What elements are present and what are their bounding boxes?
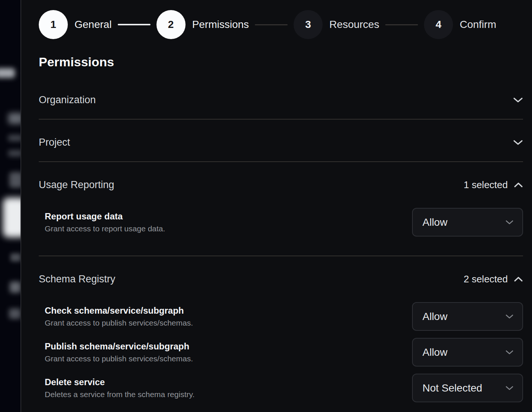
permissions-wizard-panel: 1 General 2 Permissions 3 Resources 4 Co… (20, 0, 532, 412)
wizard-stepper: 1 General 2 Permissions 3 Resources 4 Co… (39, 10, 523, 39)
blurred-background-item (0, 68, 15, 78)
section-meta: 1 selected (463, 179, 523, 191)
select-value: Allow (422, 216, 447, 228)
section-project-toggle[interactable]: Project (39, 120, 523, 161)
step-label: Confirm (460, 19, 496, 31)
permission-description: Deletes a service from the schema regist… (45, 390, 194, 399)
step-confirm[interactable]: 4 Confirm (424, 10, 496, 39)
permission-description: Grant access to report usage data. (45, 224, 165, 233)
step-connector (118, 24, 151, 25)
select-value: Not Selected (422, 382, 482, 394)
step-number-circle: 2 (156, 10, 186, 39)
step-label: Resources (329, 19, 379, 31)
chevron-down-icon (513, 139, 523, 146)
section-usage-reporting-toggle[interactable]: Usage Reporting 1 selected (39, 162, 523, 191)
blurred-background-item (10, 253, 21, 262)
permission-title: Check schema/service/subgraph (45, 305, 193, 316)
section-title: Usage Reporting (39, 179, 114, 191)
blurred-background-item (10, 282, 21, 293)
step-connector (385, 24, 418, 25)
permission-sections: Organization Project Usage Reporting 1 s… (39, 77, 523, 412)
permission-select-report-usage-data[interactable]: Allow (412, 208, 523, 237)
permission-text: Delete service Deletes a service from th… (45, 377, 194, 399)
background-page (0, 0, 22, 412)
section-meta: 2 selected (463, 273, 523, 285)
section-title: Project (39, 136, 70, 148)
step-label: General (75, 19, 112, 31)
step-number-circle: 1 (39, 10, 68, 39)
permission-select-delete-service[interactable]: Not Selected (412, 374, 523, 402)
permission-text: Publish schema/service/subgraph Grant ac… (45, 341, 193, 363)
permission-row-report-usage-data: Report usage data Grant access to report… (39, 208, 523, 237)
section-project: Project (39, 120, 523, 162)
permission-select-publish-schema[interactable]: Allow (412, 338, 523, 367)
section-organization: Organization (39, 77, 523, 120)
chevron-down-icon (506, 314, 513, 319)
step-label: Permissions (192, 19, 249, 31)
step-number-circle: 4 (424, 10, 453, 39)
step-connector (255, 24, 288, 25)
permission-description: Grant access to publish services/schemas… (45, 318, 193, 327)
select-value: Allow (422, 346, 447, 358)
permission-row-publish-schema: Publish schema/service/subgraph Grant ac… (39, 338, 523, 367)
section-title: Organization (39, 94, 96, 106)
permission-title: Publish schema/service/subgraph (45, 341, 193, 352)
section-schema-registry: Schema Registry 2 selected Check schema/… (39, 256, 523, 412)
selected-count-badge: 1 selected (463, 179, 508, 191)
section-organization-toggle[interactable]: Organization (39, 77, 523, 119)
page-title: Permissions (39, 54, 523, 69)
section-usage-reporting: Usage Reporting 1 selected Report usage … (39, 162, 523, 256)
chevron-down-icon (513, 97, 523, 103)
permission-title: Delete service (45, 377, 194, 387)
section-title: Schema Registry (39, 273, 115, 285)
step-resources[interactable]: 3 Resources (294, 10, 379, 39)
step-permissions[interactable]: 2 Permissions (156, 10, 249, 39)
blurred-background-item (9, 308, 21, 319)
blurred-background-item (3, 198, 22, 237)
permission-row-check-schema: Check schema/service/subgraph Grant acce… (39, 302, 523, 331)
chevron-down-icon (506, 386, 513, 390)
select-value: Allow (422, 311, 447, 323)
permission-text: Check schema/service/subgraph Grant acce… (45, 305, 193, 327)
step-general[interactable]: 1 General (39, 10, 112, 39)
permission-text: Report usage data Grant access to report… (45, 211, 165, 233)
step-number-circle: 3 (294, 10, 323, 39)
permission-list: Report usage data Grant access to report… (39, 208, 523, 256)
permission-description: Grant access to publish services/schemas… (45, 354, 193, 363)
selected-count-badge: 2 selected (463, 273, 508, 285)
chevron-down-icon (506, 350, 513, 355)
chevron-up-icon (514, 276, 523, 282)
section-schema-registry-toggle[interactable]: Schema Registry 2 selected (39, 256, 523, 285)
chevron-down-icon (506, 220, 513, 225)
permission-list: Check schema/service/subgraph Grant acce… (39, 302, 523, 412)
permission-select-check-schema[interactable]: Allow (412, 302, 523, 331)
permission-title: Report usage data (45, 211, 165, 222)
permission-row-delete-service: Delete service Deletes a service from th… (39, 374, 523, 402)
chevron-up-icon (514, 182, 523, 188)
